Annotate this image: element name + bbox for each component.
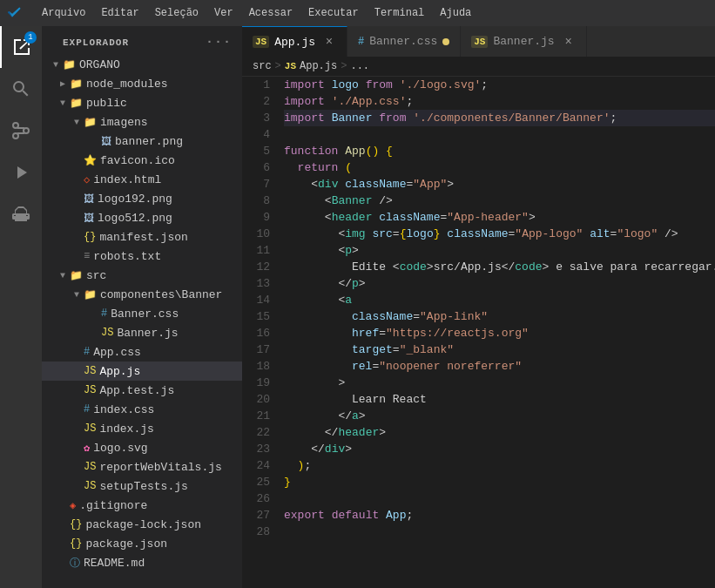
sidebar-item-favicon[interactable]: ⭐ favicon.ico (42, 151, 242, 170)
menu-acessar[interactable]: Acessar (242, 5, 300, 21)
app-css-label: App.css (93, 346, 141, 359)
tab-close-app-js[interactable]: × (322, 35, 336, 49)
setuptests-label: setupTests.js (99, 480, 187, 493)
banner-js-label: Banner.js (117, 327, 178, 340)
sidebar-header: EXPLORADOR ··· (42, 26, 242, 55)
code-line-15: className="App-link" (284, 308, 715, 325)
imagens-label: imagens (100, 116, 148, 129)
index-css-label: index.css (93, 403, 154, 416)
menu-selecao[interactable]: Seleção (148, 5, 206, 21)
banner-css-label: Banner.css (111, 308, 179, 321)
menu-executar[interactable]: Executar (301, 5, 366, 21)
js-icon: JS (84, 461, 96, 473)
extensions-activity-icon[interactable] (0, 193, 42, 235)
sidebar-item-index-css[interactable]: # index.css (42, 400, 242, 419)
sidebar-item-logo512[interactable]: 🖼 logo512.png (42, 208, 242, 227)
menu-editar[interactable]: Editar (94, 5, 145, 21)
activity-bar: 1 (0, 26, 42, 588)
sidebar-item-banner-png[interactable]: 🖼 banner.png (42, 132, 242, 151)
expanded-arrow: ▼ (56, 98, 70, 108)
logo-svg-label: logo.svg (93, 442, 147, 455)
more-options-icon[interactable]: ··· (206, 35, 232, 50)
package-lock-label: package-lock.json (85, 518, 201, 531)
tab-css-icon: # (358, 36, 364, 48)
sidebar-item-app-test-js[interactable]: JS App.test.js (42, 381, 242, 400)
code-line-2: import './App.css'; (284, 93, 715, 110)
code-line-5: function App() { (284, 143, 715, 159)
sidebar-item-robots[interactable]: ≡ robots.txt (42, 247, 242, 266)
run-activity-icon[interactable] (0, 152, 42, 193)
sidebar-item-package-json[interactable]: {} package.json (42, 534, 242, 553)
breadcrumb-src: src (253, 60, 272, 72)
collapsed-arrow: ▶ (56, 78, 70, 89)
app-js-label: App.js (99, 365, 140, 378)
sidebar-item-index-html[interactable]: ◇ index.html (42, 170, 242, 189)
code-line-18: rel="noopener noreferrer" (284, 358, 715, 375)
package-json-label: package.json (85, 537, 167, 551)
code-line-22: </header> (284, 424, 715, 441)
code-line-24: ); (284, 457, 715, 474)
json-icon: {} (70, 518, 82, 531)
menu-terminal[interactable]: Terminal (368, 5, 432, 21)
menu-arquivo[interactable]: Arquivo (35, 5, 92, 21)
explorer-badge: 1 (24, 31, 37, 44)
code-line-10: <img src={logo} className="App-logo" alt… (284, 226, 715, 242)
sidebar-item-index-js[interactable]: JS index.js (42, 419, 242, 438)
sidebar-item-package-lock[interactable]: {} package-lock.json (42, 515, 242, 534)
breadcrumb-sep1: > (275, 60, 281, 72)
menu-ver[interactable]: Ver (207, 5, 240, 21)
sidebar-item-logo-svg[interactable]: ✿ logo.svg (42, 438, 242, 457)
sidebar-title: EXPLORADOR (63, 37, 129, 48)
md-icon: ⓘ (70, 556, 80, 571)
code-line-17: target="_blank" (284, 341, 715, 358)
search-activity-icon[interactable] (0, 68, 42, 110)
reportwebvitals-label: reportWebVitals.js (99, 461, 221, 474)
code-line-20: Learn React (284, 391, 715, 408)
favicon-icon: ⭐ (84, 154, 97, 167)
code-line-14: <a (284, 292, 715, 308)
expanded-arrow: ▼ (70, 118, 84, 127)
css-icon: # (84, 403, 90, 416)
code-editor[interactable]: 12345 678910 1112131415 1617181920 21222… (242, 77, 715, 588)
tab-app-js-label: App.js (274, 36, 315, 49)
code-line-26 (284, 490, 715, 507)
menu-bar: Arquivo Editar Seleção Ver Acessar Execu… (35, 5, 478, 21)
explorer-activity-icon[interactable]: 1 (0, 26, 42, 68)
js-icon: JS (101, 327, 113, 339)
source-control-activity-icon[interactable] (0, 110, 42, 152)
sidebar-item-node-modules[interactable]: ▶ 📁 node_modules (42, 74, 242, 93)
menu-ajuda[interactable]: Ajuda (433, 5, 478, 21)
css-icon: # (101, 308, 107, 320)
sidebar-item-banner-css[interactable]: # Banner.css (42, 304, 242, 323)
sidebar-item-app-js[interactable]: JS App.js (42, 362, 242, 381)
sidebar-item-app-css[interactable]: # App.css (42, 342, 242, 362)
tab-banner-css[interactable]: # Banner.css (347, 26, 461, 57)
sidebar: EXPLORADOR ··· ▼ 📁 ORGANO ▶ 📁 node_modul… (42, 26, 242, 588)
tab-banner-js[interactable]: JS Banner.js × (461, 26, 586, 57)
sidebar-item-manifest[interactable]: {} manifest.json (42, 227, 242, 247)
sidebar-item-reportwebvitals[interactable]: JS reportWebVitals.js (42, 457, 242, 476)
tab-app-js[interactable]: JS App.js × (242, 26, 347, 57)
sidebar-item-logo192[interactable]: 🖼 logo192.png (42, 189, 242, 208)
image-icon: 🖼 (84, 212, 94, 225)
sidebar-item-banner-js[interactable]: JS Banner.js (42, 323, 242, 342)
tab-close-banner-js[interactable]: × (562, 35, 576, 49)
js-icon: JS (84, 384, 96, 396)
sidebar-item-readme[interactable]: ⓘ README.md (42, 553, 242, 572)
js-icon: JS (84, 480, 96, 492)
breadcrumb-sep2: > (341, 60, 347, 72)
sidebar-item-src[interactable]: ▼ 📁 src (42, 266, 242, 285)
folder-icon: 📁 (63, 58, 76, 71)
node-modules-label: node_modules (86, 78, 168, 91)
sidebar-item-public[interactable]: ▼ 📁 public (42, 93, 242, 112)
git-icon: ◈ (70, 499, 76, 512)
code-line-4 (284, 126, 715, 143)
folder-icon: 📁 (84, 288, 97, 301)
sidebar-item-setuptests[interactable]: JS setupTests.js (42, 476, 242, 496)
code-line-7: <div className="App"> (284, 176, 715, 193)
root-folder[interactable]: ▼ 📁 ORGANO (42, 55, 242, 74)
sidebar-item-componentes-banner[interactable]: ▼ 📁 componentes\Banner (42, 285, 242, 304)
sidebar-item-gitignore[interactable]: ◈ .gitignore (42, 496, 242, 515)
componentes-banner-label: componentes\Banner (100, 288, 222, 301)
sidebar-item-imagens[interactable]: ▼ 📁 imagens (42, 112, 242, 132)
